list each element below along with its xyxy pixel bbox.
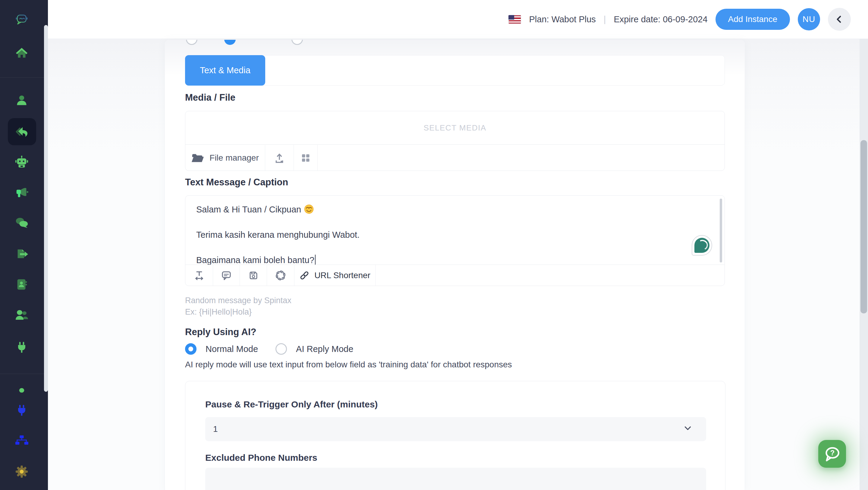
radio-clipped-3[interactable]: [291, 39, 303, 45]
sidebar-item-network[interactable]: [14, 433, 29, 448]
file-export-icon: [15, 247, 29, 261]
top-header: Plan: Wabot Plus | Expire date: 06-09-20…: [48, 0, 868, 39]
page-scrollbar-thumb[interactable]: [861, 140, 867, 313]
robot-icon: [15, 155, 29, 169]
excluded-phones-input[interactable]: [205, 468, 706, 490]
svg-text:?: ?: [830, 449, 835, 457]
sidebar-item-groups[interactable]: [14, 308, 29, 323]
file-manager-button[interactable]: File manager: [185, 145, 265, 171]
reply-ai-heading: Reply Using AI?: [185, 327, 256, 338]
radio-clipped-2-selected[interactable]: [224, 39, 236, 45]
expire-date-label: Expire date: 06-09-2024: [614, 14, 707, 24]
message-template-button[interactable]: [213, 265, 240, 286]
sidebar-divider: [0, 78, 45, 78]
radio-ai-reply-mode[interactable]: [276, 343, 287, 355]
plan-label: Plan: Wabot Plus: [529, 14, 595, 24]
reply-mode-radio-group: Normal Mode AI Reply Mode: [185, 343, 353, 355]
chatgpt-ai-button[interactable]: [267, 265, 294, 286]
us-flag-icon[interactable]: [508, 15, 521, 24]
radio-normal-mode[interactable]: [185, 343, 196, 355]
wabot-autoreply-screen: Plan: Wabot Plus | Expire date: 06-09-20…: [0, 0, 868, 490]
media-actions-row: File manager: [185, 145, 724, 171]
pause-minutes-select[interactable]: 1: [205, 417, 706, 441]
sidebar-item-chats[interactable]: [14, 216, 29, 230]
sidebar-item-address-book[interactable]: [14, 277, 29, 292]
reply-icon: [14, 124, 29, 139]
sidebar-item-plug-blue[interactable]: [14, 403, 29, 417]
megaphone-icon: [15, 186, 29, 200]
chat-widget-bubble[interactable]: [692, 235, 712, 255]
user-icon: [15, 94, 28, 107]
sidebar-item-export[interactable]: [14, 247, 29, 261]
spintax-button[interactable]: [185, 265, 213, 286]
sidebar-item-chatbot[interactable]: [14, 155, 29, 170]
spintax-hint-example: Ex: {Hi|Hello|Hola}: [185, 307, 252, 317]
address-book-icon: [15, 278, 29, 292]
plug-blue-icon: [15, 403, 28, 417]
save-button[interactable]: [240, 265, 267, 286]
sidebar: [0, 0, 48, 490]
add-instance-button[interactable]: Add Instance: [715, 9, 790, 30]
header-separator: |: [604, 14, 606, 24]
media-gallery-button[interactable]: [294, 145, 318, 171]
normal-mode-label[interactable]: Normal Mode: [206, 344, 258, 354]
grid-icon: [300, 152, 311, 163]
ai-reply-mode-label[interactable]: AI Reply Mode: [296, 344, 353, 354]
sidebar-scrollbar[interactable]: [44, 25, 48, 392]
people-icon: [14, 308, 29, 323]
plug-icon: [15, 340, 28, 354]
sidebar-item-profile-partial[interactable]: [14, 386, 29, 394]
chat-bubbles-icon: [15, 216, 29, 230]
pause-retrigger-label: Pause & Re-Trigger Only After (minutes): [205, 399, 378, 409]
sidebar-item-plug[interactable]: [14, 340, 29, 355]
select-media-dropzone[interactable]: SELECT MEDIA: [185, 111, 724, 145]
home-icon: [15, 46, 29, 60]
help-chat-button[interactable]: ?: [818, 440, 846, 468]
message-toolbar: URL Shortener: [185, 265, 724, 286]
message-line: Terima kasih kerana menghubungi Wabot.: [196, 228, 714, 241]
main-content: Text & Media Media / File SELECT MEDIA F…: [48, 39, 860, 490]
help-bubble-icon: ?: [823, 445, 841, 463]
user-avatar[interactable]: NU: [798, 8, 820, 30]
emoji-smiling-face: [304, 204, 314, 214]
text-cursor: [315, 255, 316, 265]
chat-widget-logo-icon: [694, 238, 710, 253]
message-textarea[interactable]: Salam & Hi Tuan / Cikpuan Terima kasih k…: [185, 195, 724, 265]
url-shortener-button[interactable]: URL Shortener: [294, 265, 375, 286]
sidebar-item-home[interactable]: [14, 45, 29, 60]
gear-icon: [15, 465, 28, 478]
message-box: Salam & Hi Tuan / Cikpuan Terima kasih k…: [185, 195, 725, 286]
link-icon: [299, 270, 310, 281]
file-manager-label: File manager: [210, 153, 258, 163]
radio-clipped-1[interactable]: [186, 39, 197, 45]
textarea-scrollbar[interactable]: [720, 198, 722, 263]
tab-text-media[interactable]: Text & Media: [185, 55, 265, 86]
url-shortener-label: URL Shortener: [314, 271, 370, 280]
message-line: Salam & Hi Tuan / Cikpuan: [196, 203, 714, 216]
network-icon: [15, 434, 29, 448]
openai-icon: [275, 270, 286, 281]
floppy-save-icon: [248, 270, 259, 281]
wabot-logo-icon[interactable]: [14, 9, 29, 31]
chevron-down-icon: [683, 424, 692, 435]
chevron-left-icon: [834, 14, 844, 24]
folder-icon: [191, 153, 204, 163]
sidebar-item-user[interactable]: [14, 93, 29, 108]
sidebar-item-broadcast[interactable]: [14, 185, 29, 200]
spintax-hint-title: Random message by Spintax: [185, 296, 291, 305]
text-width-icon: [194, 270, 205, 281]
upload-button[interactable]: [265, 145, 294, 171]
message-type-tabbar: Text & Media: [185, 55, 725, 86]
media-file-heading: Media / File: [185, 92, 236, 103]
form-card: Text & Media Media / File SELECT MEDIA F…: [164, 39, 745, 490]
excluded-phones-label: Excluded Phone Numbers: [205, 453, 317, 463]
message-line: Bagaimana kami boleh bantu?: [196, 253, 714, 265]
sidebar-item-settings[interactable]: [14, 464, 29, 479]
sidebar-item-auto-reply[interactable]: [14, 124, 29, 139]
sidebar-divider: [0, 374, 45, 374]
collapse-button[interactable]: [828, 8, 851, 31]
comment-icon: [221, 270, 232, 281]
upload-icon: [274, 152, 285, 164]
text-message-heading: Text Message / Caption: [185, 177, 288, 188]
ai-mode-helper-text: AI reply mode will use text input from b…: [185, 360, 512, 369]
